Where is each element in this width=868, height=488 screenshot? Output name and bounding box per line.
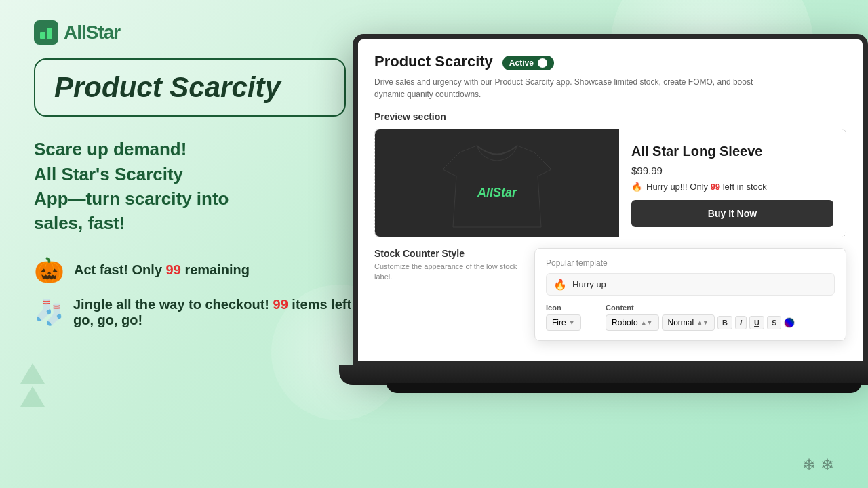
tagline: Scare up demand! All Star's Scarcity App… [34,137,346,236]
product-image: AllStar [375,129,619,237]
triangle-2 [20,386,45,407]
product-details: All Star Long Sleeve $99.99 🔥 Hurry up!!… [619,129,846,237]
screen-content: Product Scarcity Active Drive sales and … [358,39,863,361]
laptop-screen: Product Scarcity Active Drive sales and … [358,39,863,361]
font-family-dropdown[interactable]: Roboto ▲▼ [606,314,659,331]
stock-warning: 🔥 Hurry up!!! Only 99 left in stock [631,182,833,192]
icon-label: Icon [546,304,600,312]
icon-column: Icon Fire ▼ [546,304,600,331]
page-title: Product Scarcity [54,72,326,103]
template-option[interactable]: 🔥 Hurry up [546,273,835,296]
svg-rect-1 [47,28,52,39]
shirt-svg: AllStar [422,132,572,234]
svg-text:AllStar: AllStar [477,186,517,199]
font-controls: Roboto ▲▼ Normal ▲▼ B I U [606,314,835,331]
active-badge: Active [502,56,554,70]
color-picker[interactable] [784,317,795,328]
popular-template-label: Popular template [546,258,835,268]
screen-title: Product Scarcity [374,53,493,70]
bold-button[interactable]: B [717,316,732,329]
stock-text: Hurry up!!! Only 99 left in stock [646,182,767,192]
preview-box: AllStar All Star Long Sleeve $99.99 🔥 Hu… [374,129,846,237]
highlight-number-1: 99 [166,262,181,277]
triangle-decoration [20,363,45,407]
stock-counter-desc: Customize the appearance of the low stoc… [374,262,524,283]
template-fire-icon: 🔥 [553,278,567,291]
feature-icon-2: 🧦 [34,298,64,327]
feature-list: 🎃 Act fast! Only 99 remaining 🧦 Jingle a… [34,256,366,328]
feature-item-1: 🎃 Act fast! Only 99 remaining [34,256,366,285]
left-panel: AllStar Product Scarcity Scare up demand… [0,0,400,488]
preview-section-label: Preview section [374,111,846,122]
font-chevron-icon: ▲▼ [641,319,653,326]
snowflake-decoration: ❄ ❄ [802,455,834,474]
laptop-body: Product Scarcity Active Drive sales and … [353,34,868,366]
template-popup: Popular template 🔥 Hurry up Icon Fire [534,248,846,341]
buy-button[interactable]: Buy It Now [631,200,833,227]
logo: AllStar [34,20,366,45]
icon-dropdown-text: Fire [552,318,566,327]
bottom-controls: Stock Counter Style Customize the appear… [374,248,846,341]
feature-text-1: Act fast! Only 99 remaining [74,262,250,278]
laptop-bottom [387,383,861,393]
laptop-container: Product Scarcity Active Drive sales and … [353,34,868,468]
stock-number: 99 [711,182,720,192]
chevron-down-icon: ▼ [569,319,575,326]
brand-name: AllStar [64,22,120,43]
strikethrough-button[interactable]: S [767,316,781,329]
template-option-text: Hurry up [572,279,606,289]
product-name: All Star Long Sleeve [631,143,833,159]
logo-icon [34,20,58,45]
italic-button[interactable]: I [735,316,747,329]
svg-rect-0 [40,32,45,39]
product-price: $99.99 [631,165,833,176]
font-family-text: Roboto [612,318,638,327]
style-chevron-icon: ▲▼ [696,319,709,326]
content-label: Content [606,304,835,312]
feature-icon-1: 🎃 [34,256,64,285]
font-style-text: Normal [668,318,694,327]
underline-button[interactable]: U [749,316,764,329]
highlight-number-2: 99 [273,297,288,312]
title-box: Product Scarcity [34,58,346,117]
toggle-dot [538,58,547,68]
template-controls: Icon Fire ▼ Content [546,304,835,331]
screen-description: Drive sales and urgency with our Product… [374,76,781,100]
stock-counter-section: Stock Counter Style Customize the appear… [374,248,524,283]
triangle-1 [20,363,45,384]
active-label: Active [509,58,534,68]
content-column: Content Roboto ▲▼ Normal ▲▼ [606,304,835,331]
laptop-base [339,365,868,385]
icon-dropdown[interactable]: Fire ▼ [546,314,581,331]
font-style-dropdown[interactable]: Normal ▲▼ [662,314,715,331]
stock-counter-title: Stock Counter Style [374,248,524,259]
icon-ctrl-row: Fire ▼ [546,314,600,331]
fire-icon: 🔥 [631,182,642,192]
feature-item-2: 🧦 Jingle all the way to checkout! 99 ite… [34,297,366,328]
screen-header: Product Scarcity Active [374,53,846,70]
feature-text-2: Jingle all the way to checkout! 99 items… [73,297,366,328]
